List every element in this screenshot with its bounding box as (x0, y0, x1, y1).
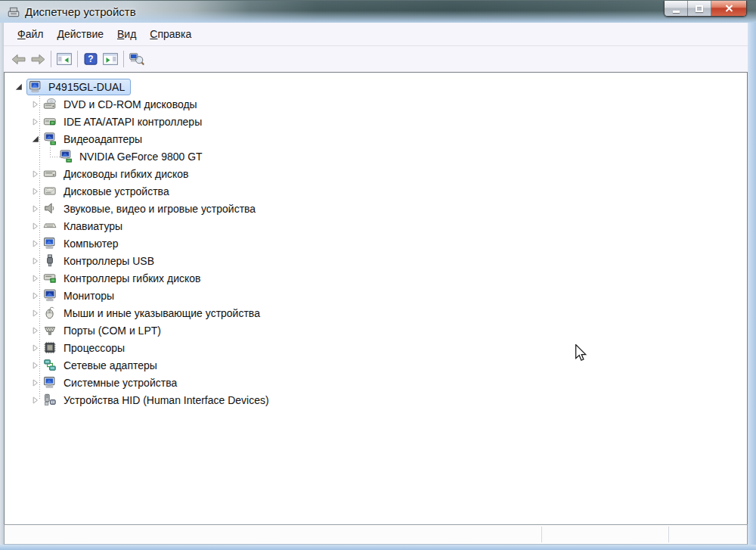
window-controls (664, 1, 747, 17)
video-adapter-icon (59, 150, 73, 163)
expand-expander-icon[interactable] (32, 170, 39, 178)
disk-drive-icon (43, 185, 57, 197)
tree-item-label: Системные устройства (61, 376, 179, 390)
toolbar-separator (77, 51, 78, 67)
expand-expander-icon[interactable] (32, 101, 39, 108)
maximize-button[interactable] (688, 1, 711, 16)
menu-file[interactable]: Файл (11, 25, 50, 43)
tree-item-ports[interactable]: Порты (COM и LPT) (5, 322, 747, 339)
device-manager-window: Диспетчер устройств Файл Действие Вид Сп… (0, 0, 756, 550)
expand-expander-icon[interactable] (32, 327, 39, 334)
tree-item-label: Устройства HID (Human Interface Devices) (61, 393, 271, 407)
menu-help-label: правка (157, 28, 191, 40)
tree-item-ide-controllers[interactable]: IDE ATA/ATAPI контроллеры (5, 113, 747, 130)
menu-help[interactable]: Справка (143, 25, 198, 43)
tree-item-label: P4915GL-DUAL (46, 80, 127, 94)
tree-item-label: Сетевые адаптеры (61, 359, 160, 372)
serial-port-icon (43, 324, 57, 337)
tree-item-video-adapters[interactable]: Видеоадаптеры (5, 130, 747, 148)
tree-item-label: Мониторы (61, 289, 116, 303)
tree-item-label: Звуковые, видео и игровые устройства (61, 202, 258, 216)
tree-item-label: Мыши и иные указывающие устройства (61, 306, 262, 320)
help-button[interactable] (81, 49, 101, 70)
expand-expander-icon[interactable] (32, 118, 39, 126)
tree-item-keyboards[interactable]: Клавиатуры (5, 217, 747, 235)
status-bar (4, 524, 748, 545)
tree-item-nvidia-geforce[interactable]: NVIDIA GeForce 9800 GT (5, 148, 747, 165)
collapse-expander-icon[interactable] (15, 83, 23, 91)
minimize-button[interactable] (665, 1, 688, 16)
expand-expander-icon[interactable] (32, 292, 39, 300)
window-border-left (0, 23, 4, 545)
floppy-drive-icon (43, 167, 57, 180)
tree-item-root[interactable]: P4915GL-DUAL (5, 78, 747, 95)
tree-item-processors[interactable]: Процессоры (5, 339, 747, 356)
tree-item-floppy-controllers[interactable]: Контроллеры гибких дисков (5, 269, 747, 287)
status-separator (668, 527, 669, 542)
close-icon (725, 5, 733, 12)
forward-arrow-icon (30, 54, 46, 65)
properties-icon (103, 53, 118, 65)
video-adapter-icon (43, 132, 57, 145)
close-button[interactable] (711, 1, 746, 16)
tree-item-usb-controllers[interactable]: Контроллеры USB (5, 252, 747, 269)
forward-button[interactable] (28, 49, 48, 70)
expand-expander-icon[interactable] (32, 188, 39, 195)
tree-item-sound-video-game[interactable]: Звуковые, видео и игровые устройства (5, 200, 747, 217)
window-title: Диспетчер устройств (25, 1, 136, 23)
cd-drive-icon (43, 98, 57, 110)
hid-device-icon (43, 393, 57, 406)
keyboard-icon (43, 219, 57, 232)
properties-button[interactable] (101, 49, 120, 70)
window-border-right (748, 23, 756, 545)
expand-expander-icon[interactable] (32, 257, 39, 265)
tree-item-network-adapters[interactable]: Сетевые адаптеры (5, 356, 747, 374)
ide-controller-icon (43, 115, 57, 128)
back-arrow-icon (11, 54, 26, 65)
menu-help-accel: С (150, 28, 157, 40)
expand-expander-icon[interactable] (32, 396, 39, 404)
tree-item-label: NVIDIA GeForce 9800 GT (77, 150, 205, 163)
selected-highlight[interactable]: P4915GL-DUAL (26, 79, 131, 95)
tree-item-label: Процессоры (61, 341, 127, 355)
expand-expander-icon[interactable] (32, 222, 39, 230)
titlebar[interactable]: Диспетчер устройств (0, 0, 756, 23)
expand-expander-icon[interactable] (32, 309, 39, 317)
tree-item-disk-devices[interactable]: Дисковые устройства (5, 182, 747, 200)
maximize-icon (696, 5, 703, 12)
tree-item-mice[interactable]: Мыши и иные указывающие устройства (5, 304, 747, 322)
show-console-tree-button[interactable] (54, 49, 74, 70)
tree-item-computer[interactable]: Компьютер (5, 235, 747, 252)
collapse-expander-icon[interactable] (32, 135, 39, 143)
back-button[interactable] (8, 49, 28, 70)
menu-file-label: айл (26, 28, 44, 40)
tree-item-system-devices[interactable]: Системные устройства (5, 374, 747, 391)
expand-expander-icon[interactable] (32, 205, 39, 213)
mouse-icon (43, 306, 57, 319)
tree-item-hid-devices[interactable]: Устройства HID (Human Interface Devices) (5, 391, 747, 409)
console-tree-icon (57, 53, 72, 65)
tree-item-floppy-drives[interactable]: Дисководы гибких дисков (5, 165, 747, 182)
expand-expander-icon[interactable] (32, 275, 39, 282)
expand-expander-icon[interactable] (32, 344, 39, 352)
tree-item-label: DVD и CD-ROM дисководы (61, 98, 200, 111)
tree-item-label: Контроллеры гибких дисков (61, 272, 203, 285)
tree-item-label: Дисководы гибких дисков (61, 167, 191, 181)
tree-item-label: Дисковые устройства (61, 185, 172, 198)
expand-expander-icon[interactable] (32, 379, 39, 387)
tree-item-monitors[interactable]: Мониторы (5, 287, 747, 304)
menu-action[interactable]: Действие (50, 25, 110, 43)
scan-hardware-changes-button[interactable] (127, 49, 147, 70)
monitor-icon (43, 289, 57, 302)
mouse-cursor (575, 344, 587, 362)
computer-icon (29, 80, 42, 93)
minimize-icon (673, 11, 680, 13)
device-tree-panel: P4915GL-DUAL DVD и CD-ROM дисководы IDE … (4, 72, 748, 524)
scan-hardware-icon (129, 53, 144, 66)
menu-view[interactable]: Вид (110, 25, 143, 43)
tree-item-dvd-cdrom[interactable]: DVD и CD-ROM дисководы (5, 95, 747, 113)
expand-expander-icon[interactable] (32, 362, 39, 369)
status-separator (541, 527, 542, 542)
expand-expander-icon[interactable] (32, 240, 39, 247)
toolbar-separator (123, 51, 124, 67)
